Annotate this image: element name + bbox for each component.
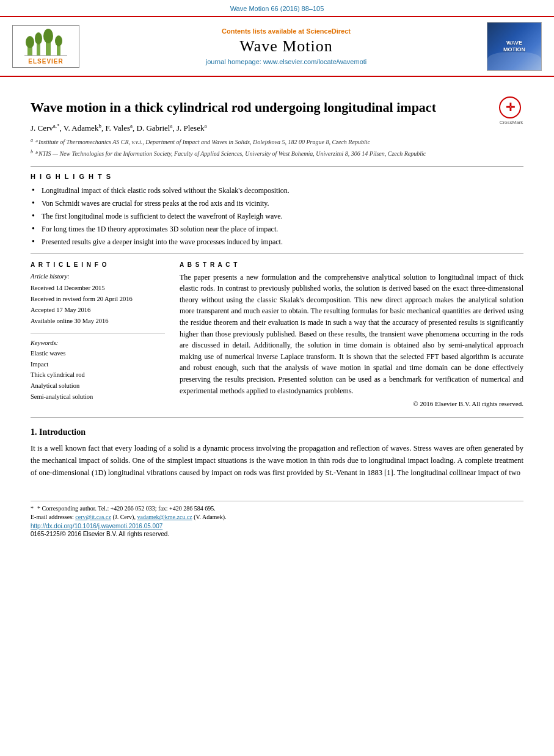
introduction-title: 1. Introduction: [31, 427, 523, 437]
article-title: Wave motion in a thick cylindrical rod u…: [31, 99, 492, 117]
page: Wave Motion 66 (2016) 88–105 EL: [0, 0, 554, 756]
keywords-section: Keywords: Elastic waves Impact Thick cyl…: [31, 340, 165, 402]
keyword-3: Thick cylindrical rod: [31, 369, 165, 380]
highlight-item-2: Von Schmidt waves are crucial for stress…: [31, 198, 523, 209]
email-label: E-mail addresses:: [31, 514, 74, 520]
divider-2: [31, 253, 523, 254]
elsevier-wordmark: ELSEVIER: [28, 58, 63, 65]
svg-rect-4: [46, 42, 51, 56]
footer-note: * * Corresponding author. Tel.: +420 266…: [31, 505, 523, 512]
introduction-text: It is a well known fact that every loadi…: [31, 442, 523, 479]
footer: * * Corresponding author. Tel.: +420 266…: [31, 501, 523, 537]
article-info-col: A R T I C L E I N F O Article history: R…: [31, 261, 165, 408]
footer-email: E-mail addresses: cerv@it.cas.cz (J. Cer…: [31, 514, 523, 520]
main-content: Wave motion in a thick cylindrical rod u…: [0, 77, 554, 491]
sciencedirect-line: Contents lists available at ScienceDirec…: [86, 27, 487, 35]
journal-volume-link[interactable]: Wave Motion 66 (2016) 88–105: [230, 5, 324, 12]
sciencedirect-link[interactable]: ScienceDirect: [306, 27, 351, 35]
keywords-list: Elastic waves Impact Thick cylindrical r…: [31, 348, 165, 402]
abstract-text: The paper presents a new formulation and…: [180, 272, 523, 397]
email1-link[interactable]: cerv@it.cas.cz: [75, 514, 111, 520]
svg-point-7: [55, 35, 62, 46]
email2-link[interactable]: vadamek@kme.zcu.cz: [137, 514, 192, 520]
crossmark-icon: ✛: [499, 96, 521, 118]
article-history: Article history: Received 14 December 20…: [31, 272, 165, 327]
history-label: Article history:: [31, 272, 165, 282]
article-info-heading: A R T I C L E I N F O: [31, 261, 165, 268]
journal-thumbnail: WAVEMOTION: [487, 22, 542, 71]
svg-point-3: [35, 32, 42, 45]
journal-homepage-url[interactable]: www.elsevier.com/locate/wavemoti: [263, 58, 366, 65]
highlights-section: H I G H L I G H T S Longitudinal impact …: [31, 173, 523, 247]
keywords-label: Keywords:: [31, 340, 165, 346]
svg-rect-6: [57, 46, 60, 56]
top-bar: Wave Motion 66 (2016) 88–105: [0, 0, 554, 17]
footer-star-text: * Corresponding author. Tel.: +420 266 0…: [37, 505, 216, 512]
journal-header: ELSEVIER Contents lists available at Sci…: [0, 17, 554, 77]
journal-center: Contents lists available at ScienceDirec…: [86, 27, 487, 65]
two-col-section: A R T I C L E I N F O Article history: R…: [31, 261, 523, 408]
divider-4: [31, 417, 523, 418]
email1-name: (J. Cerv),: [112, 514, 136, 520]
highlight-item-3: The first longitudinal mode is sufficien…: [31, 211, 523, 222]
abstract-col: A B S T R A C T The paper presents a new…: [180, 261, 523, 408]
highlight-item-4: For long times the 1D theory approximate…: [31, 224, 523, 234]
highlights-heading: H I G H L I G H T S: [31, 173, 523, 180]
footer-doi: http://dx.doi.org/10.1016/j.wavemoti.201…: [31, 523, 523, 529]
affiliation-a: a ᵃ Institute of Thermomechanics AS CR, …: [31, 137, 523, 147]
revised-date: Received in revised form 20 April 2016: [31, 294, 165, 305]
divider-3: [31, 333, 165, 333]
abstract-heading: A B S T R A C T: [180, 261, 523, 268]
introduction-section: 1. Introduction It is a well known fact …: [31, 427, 523, 479]
copyright: © 2016 Elsevier B.V. All rights reserved…: [180, 400, 523, 407]
affiliations: a ᵃ Institute of Thermomechanics AS CR, …: [31, 137, 523, 159]
accepted-date: Accepted 17 May 2016: [31, 305, 165, 316]
elsevier-tree-icon: [24, 29, 67, 57]
authors: J. Cerva,*, V. Adamekb, F. Valesa, D. Ga…: [31, 123, 523, 133]
affiliation-b: b ᵇ NTIS — New Technologies for the Info…: [31, 148, 523, 158]
available-date: Available online 30 May 2016: [31, 316, 165, 327]
highlight-item-1: Longitudinal impact of thick elastic rod…: [31, 185, 523, 196]
history-entries: Received 14 December 2015 Received in re…: [31, 283, 165, 326]
elsevier-box: ELSEVIER: [12, 25, 79, 68]
crossmark-badge[interactable]: ✛ CrossMark: [499, 96, 523, 121]
svg-rect-2: [37, 44, 40, 56]
footer-issn: 0165-2125/© 2016 Elsevier B.V. All right…: [31, 531, 523, 537]
highlights-list: Longitudinal impact of thick elastic rod…: [31, 185, 523, 247]
divider-1: [31, 166, 523, 167]
keyword-1: Elastic waves: [31, 348, 165, 359]
highlight-item-5: Presented results give a deeper insight …: [31, 236, 523, 247]
star-icon: *: [31, 505, 34, 512]
elsevier-logo: ELSEVIER: [12, 25, 86, 68]
svg-rect-0: [27, 47, 32, 56]
journal-title: Wave Motion: [86, 37, 487, 56]
doi-link[interactable]: http://dx.doi.org/10.1016/j.wavemoti.201…: [31, 523, 162, 529]
crossmark-label: CrossMark: [499, 120, 523, 125]
email2-name: (V. Adamek).: [194, 514, 226, 520]
journal-homepage: journal homepage: www.elsevier.com/locat…: [86, 58, 487, 65]
svg-point-5: [43, 29, 53, 43]
keyword-4: Analytical solution: [31, 380, 165, 391]
received-date: Received 14 December 2015: [31, 283, 165, 294]
svg-point-1: [26, 36, 34, 48]
keyword-5: Semi-analytical solution: [31, 391, 165, 402]
keyword-2: Impact: [31, 359, 165, 370]
